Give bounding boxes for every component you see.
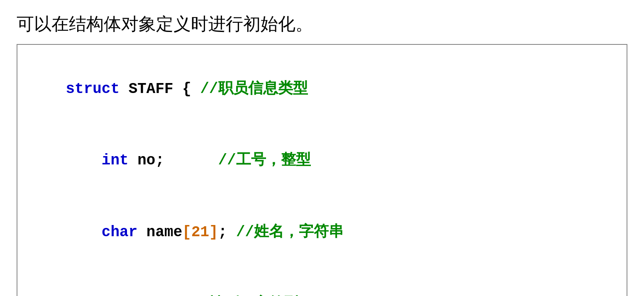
intro-text: 可以在结构体对象定义时进行初始化。 [17, 12, 627, 36]
keyword-char-1: char [102, 224, 137, 241]
code-text-3b: ; [218, 224, 236, 241]
keyword-struct: struct [66, 81, 120, 98]
code-text-3a: name [137, 224, 182, 241]
code-line-3: char name[21]; //姓名，字符串 [30, 197, 614, 269]
indent-3 [66, 224, 101, 241]
code-line-1: struct STAFF { //职员信息类型 [30, 53, 614, 125]
keyword-int: int [102, 152, 129, 169]
comment-1: //职员信息类型 [200, 81, 307, 98]
code-line-4: char sex; //性别，字符型 [30, 268, 614, 296]
comment-2: //工号，整型 [218, 152, 311, 169]
indent [66, 152, 101, 169]
code-text-2: no; [129, 152, 218, 169]
code-block-struct: struct STAFF { //职员信息类型 int no; //工号，整型 … [17, 44, 627, 296]
bracket-index: [21] [182, 224, 218, 241]
comment-3: //姓名，字符串 [236, 224, 344, 241]
code-line-2: int no; //工号，整型 [30, 125, 614, 197]
code-text: STAFF { [120, 81, 200, 98]
